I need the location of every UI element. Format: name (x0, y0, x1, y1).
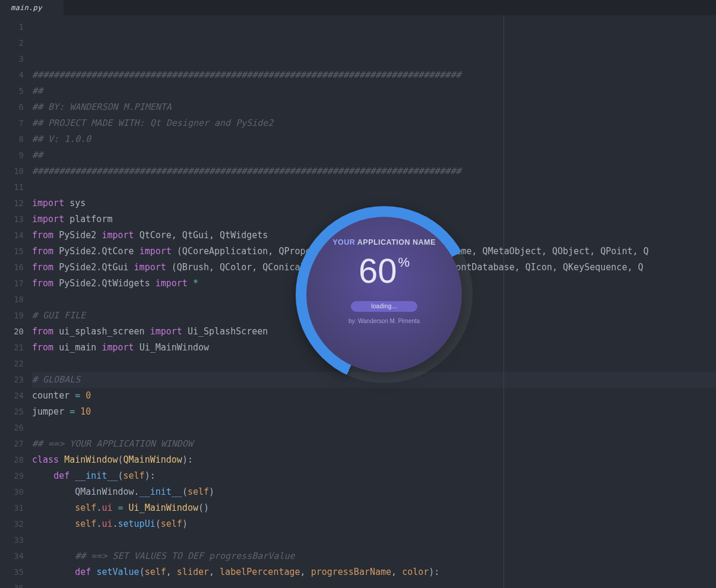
splash-percent-unit: % (398, 256, 410, 269)
splash-title: YOUR APPLICATION NAME (332, 238, 436, 246)
code-line: counter = 0 (32, 388, 716, 404)
line-number-gutter: 1234567891011121314151617181920212223242… (0, 15, 32, 588)
loading-pill: loading... (351, 301, 417, 312)
line-number: 17 (0, 276, 24, 292)
splash-screen: YOUR APPLICATION NAME 60% loading... by:… (296, 206, 473, 383)
line-number: 20 (0, 324, 24, 340)
code-line: ## (32, 147, 716, 163)
line-number: 4 (0, 67, 24, 83)
line-number: 22 (0, 356, 24, 372)
line-number: 30 (0, 484, 24, 500)
progress-ring: YOUR APPLICATION NAME 60% loading... by:… (296, 206, 473, 383)
tab-bar: main.py (0, 0, 716, 15)
line-number: 8 (0, 131, 24, 147)
code-line: ## ==> YOUR APPLICATION WINDOW (32, 436, 716, 452)
code-line: jumper = 10 (32, 404, 716, 420)
code-line (32, 179, 716, 195)
line-number: 12 (0, 195, 24, 211)
line-number: 29 (0, 468, 24, 484)
line-number: 2 (0, 35, 24, 51)
line-number: 32 (0, 516, 24, 532)
code-line (32, 420, 716, 436)
line-number: 35 (0, 564, 24, 580)
code-line (32, 532, 716, 548)
code-line (32, 580, 716, 588)
code-line: ########################################… (32, 163, 716, 179)
line-number: 7 (0, 115, 24, 131)
line-number: 14 (0, 227, 24, 244)
line-number: 6 (0, 99, 24, 115)
splash-credit: by: Wanderson M. Pimenta (349, 318, 420, 324)
splash-title-strong: YOUR (332, 238, 355, 246)
line-number: 26 (0, 420, 24, 436)
line-number: 10 (0, 163, 24, 179)
tab-main-py[interactable]: main.py (0, 0, 64, 15)
line-number: 24 (0, 388, 24, 404)
line-number: 11 (0, 179, 24, 195)
line-number: 19 (0, 308, 24, 324)
code-line: def __init__(self): (32, 468, 716, 484)
splash-percentage: 60% (359, 254, 410, 288)
line-number: 23 (0, 372, 24, 388)
line-number: 36 (0, 580, 24, 588)
line-number: 25 (0, 404, 24, 420)
code-line: ## ==> SET VALUES TO DEF progressBarValu… (32, 548, 716, 564)
line-number: 18 (0, 292, 24, 308)
line-number: 31 (0, 500, 24, 516)
code-line: ## (32, 83, 716, 99)
line-number: 21 (0, 340, 24, 356)
line-number: 16 (0, 260, 24, 276)
code-line: ########################################… (32, 67, 716, 83)
splash-inner-circle: YOUR APPLICATION NAME 60% loading... by:… (306, 217, 462, 372)
line-number: 13 (0, 211, 24, 227)
line-number: 34 (0, 548, 24, 564)
line-number: 5 (0, 83, 24, 99)
line-number: 1 (0, 19, 24, 35)
line-number: 28 (0, 452, 24, 468)
code-line: ## PROJECT MADE WITH: Qt Designer and Py… (32, 115, 716, 131)
line-number: 9 (0, 147, 24, 163)
code-line: class MainWindow(QMainWindow): (32, 452, 716, 468)
line-number: 33 (0, 532, 24, 548)
line-number: 27 (0, 436, 24, 452)
code-line: ## V: 1.0.0 (32, 131, 716, 147)
line-number: 15 (0, 244, 24, 260)
splash-percent-value: 60 (359, 254, 397, 288)
line-number: 3 (0, 51, 24, 67)
code-line: ## BY: WANDERSON M.PIMENTA (32, 99, 716, 115)
splash-title-rest: APPLICATION NAME (357, 238, 436, 246)
code-line: self.ui.setupUi(self) (32, 516, 716, 532)
code-line: def setValue(self, slider, labelPercenta… (32, 564, 716, 580)
code-line: QMainWindow.__init__(self) (32, 484, 716, 500)
column-ruler (503, 15, 504, 588)
code-line: self.ui = Ui_MainWindow() (32, 500, 716, 516)
